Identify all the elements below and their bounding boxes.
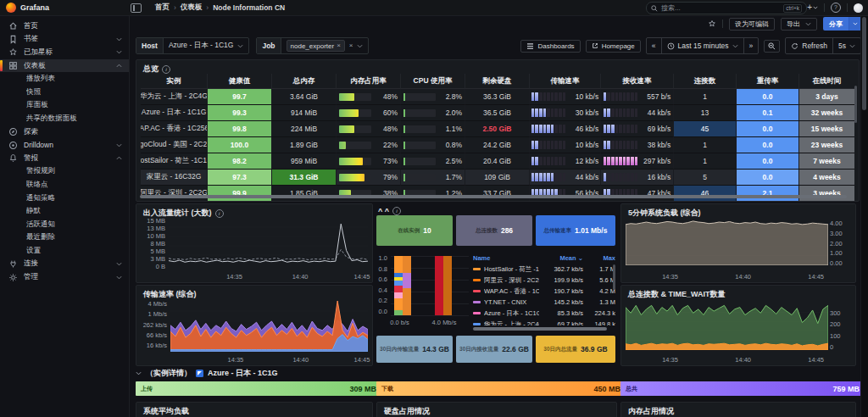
table-row[interactable]: 家里云 - 16C32G97.331.3 GiB79%1.7%109 GiB44… [141, 170, 854, 186]
breadcrumb-home[interactable]: 首页 [155, 3, 170, 13]
refresh-interval-select[interactable]: 5s [832, 38, 860, 53]
user-avatar[interactable] [854, 3, 863, 13]
stat-total-connections[interactable]: 总连接数 286 [456, 215, 532, 246]
sidebar-item-administration[interactable]: 管理 [0, 270, 129, 284]
mega-menu-toggle-icon[interactable] [131, 3, 142, 13]
connections-panel-title[interactable]: 总连接数 & TIME_WAIT数量 [628, 289, 726, 300]
column-header[interactable]: 接收速率 [600, 74, 673, 89]
help-icon[interactable] [831, 3, 841, 13]
sidebar-item-home[interactable]: 首页 [0, 19, 129, 33]
column-header[interactable]: 内存占用率 [336, 74, 400, 89]
sidebar-item-drilldown[interactable]: Drilldown [0, 138, 129, 152]
host-variable-select[interactable]: Host Azure - 日本 - 1C1G [136, 37, 249, 54]
sidebar-item-alert-rules[interactable]: 警报规则 [0, 165, 129, 179]
sidebar-item-recently-deleted[interactable]: 最近删除 [0, 231, 129, 245]
favorite-star-icon[interactable] [708, 19, 716, 28]
legend-row[interactable]: 华为云 - 上海 - 2C4G69.7 kb/s149.8 k [473, 319, 615, 325]
legend-row[interactable]: Azure - 日本 - 1C1G85.3 kb/s224.3 k [473, 308, 615, 319]
sidebar-item-bookmarks[interactable]: 书签 [0, 33, 129, 47]
clear-all-icon[interactable] [349, 42, 353, 49]
column-header[interactable]: 剩余硬盘 [465, 74, 529, 89]
sidebar-item-contact-points[interactable]: 联络点 [0, 178, 129, 192]
brand[interactable]: Grafana [0, 3, 49, 13]
sidebar-item-starred[interactable]: 已加星标 [0, 46, 129, 59]
sidebar-item-library-panels[interactable]: 库面板 [0, 99, 129, 113]
column-header[interactable]: 健康值 [207, 74, 271, 89]
stat-30d-total[interactable]: 30日内总流量 36.9 GB [536, 336, 615, 363]
stat-30d-sent[interactable]: 30日内传输流量 14.3 GB [376, 336, 453, 363]
gauge-segment [554, 125, 558, 133]
share-button[interactable]: 分享 [823, 17, 861, 31]
legend-col-max[interactable]: Max [583, 254, 615, 262]
sidebar-item-public-dashboards[interactable]: 共享的数据面板 [0, 112, 129, 125]
page-scrollbar-thumb[interactable] [862, 17, 866, 110]
upload-stat-bar[interactable]: 上传 309 MB [136, 381, 381, 396]
disk-usage-panel-title[interactable]: 硬盘占用情况 [384, 406, 430, 417]
memory-usage-panel-title[interactable]: 内存占用情况 [628, 406, 674, 417]
dashboards-link-button[interactable]: Dashboards [520, 40, 580, 53]
sidebar-item-settings[interactable]: 设置 [0, 244, 129, 258]
legend-row[interactable]: WAP.AC - 香港 - 1C256M190.7 kb/s4.2 M [473, 286, 615, 297]
stat-30d-received[interactable]: 30日内接收流量 22.6 GB [456, 336, 532, 363]
sidebar-item-active-notifications[interactable]: 活跃通知 [0, 218, 129, 231]
table-row[interactable]: EgoCloud - 美国 - 2C2G100.01.89 GiB22%0.8%… [141, 137, 854, 153]
table-row[interactable]: 阿里云 - 深圳 - 2C2G99.91.85 GiB38%1.2%33.7 G… [141, 186, 854, 202]
instance-detail-row-header[interactable]: （实例详情） Azure - 日本 - 1C1G [136, 368, 278, 379]
export-button[interactable]: 导出 [781, 18, 817, 31]
memory-gauge [339, 174, 371, 181]
column-header[interactable]: 连接数 [673, 74, 736, 89]
page-scrollbar[interactable] [860, 0, 868, 417]
share-menu-caret[interactable] [849, 17, 861, 31]
sidebar-item-notification-policies[interactable]: 通知策略 [0, 192, 129, 205]
job-variable-select[interactable]: Job node_exporter [256, 37, 369, 54]
sidebar-item-connections[interactable]: 连接 [0, 258, 129, 271]
dashboard-controls: Host Azure - 日本 - 1C1G Job node_exporter… [136, 37, 861, 54]
sidebar-item-dashboards[interactable]: 仪表板 [0, 59, 129, 73]
time-shift-back-button[interactable]: « [647, 38, 661, 53]
table-row[interactable]: Azure - 日本 - 1C1G99.3914 MiB60%2.0%36.5 … [141, 105, 854, 121]
sidebar-item-playlists[interactable]: 播放列表 [0, 72, 129, 86]
legend-row[interactable]: HostSailor - 荷兰 -1C1G362.7 kb/s1.7 M [473, 264, 615, 275]
stat-online-instances[interactable]: 在线实例 10 [376, 215, 453, 246]
sidebar-item-snapshots[interactable]: 快照 [0, 86, 129, 99]
legend-horizontal-scrollbar[interactable] [473, 327, 607, 331]
cpu-gauge [403, 142, 436, 149]
search-input[interactable]: 搜索... ctrl+k [646, 2, 807, 14]
column-header[interactable]: 总内存 [271, 74, 336, 89]
legend-col-mean[interactable]: Mean ⌄ [539, 254, 583, 262]
breadcrumb-dashboards[interactable]: 仪表板 [181, 3, 203, 13]
new-button[interactable] [807, 3, 818, 12]
zoom-out-time-button[interactable] [764, 40, 780, 53]
mid-panel-title[interactable]: ^ ^ [378, 207, 389, 215]
homepage-link-button[interactable]: Homepage [586, 40, 641, 53]
column-header[interactable]: CPU 使用率 [400, 74, 465, 89]
legend-col-name[interactable]: Name [473, 254, 539, 262]
table-vertical-scrollbar[interactable] [854, 86, 857, 123]
sidebar-item-silences[interactable]: 静默 [0, 204, 129, 218]
make-editable-button[interactable]: 设为可编辑 [729, 18, 775, 31]
column-header[interactable]: 重传率 [736, 74, 798, 89]
column-header[interactable]: 在线时间 [798, 74, 854, 89]
breadcrumb: 首页 › 仪表板 › Node Information CN [155, 3, 285, 13]
table-row[interactable]: 华为云 - 上海 - 2C4G99.73.64 GiB48%2.8%36.3 G… [141, 89, 854, 105]
column-header[interactable]: 传输速率 [529, 74, 600, 89]
legend-row[interactable]: YT.NET - CNIX145.2 kb/s1.3 M [473, 297, 615, 308]
transfer-panel-title[interactable]: 传输速率 (综合) [143, 289, 197, 300]
time-shift-forward-button[interactable]: » [743, 38, 759, 53]
sidebar-item-explore[interactable]: 探索 [0, 125, 129, 139]
load-avg-panel-title[interactable]: 系统平均负载 [143, 406, 189, 417]
refresh-button[interactable]: Refresh [786, 38, 832, 53]
job-tag[interactable]: node_exporter [287, 40, 345, 52]
table-row[interactable]: WAP.AC - 香港 - 1C256M99.8224 MiB48%1.1%2.… [141, 121, 854, 137]
sidebar-item-alerting[interactable]: 警报 [0, 152, 129, 165]
legend-vertical-scrollbar[interactable] [613, 264, 615, 290]
table-horizontal-scrollbar[interactable] [140, 195, 847, 198]
legend-row[interactable]: 阿里云 - 深圳 - 2C2G199.9 kb/s5.6 M [473, 275, 615, 286]
remove-tag-icon[interactable] [337, 42, 341, 49]
download-stat-bar[interactable]: 下载 450 MB [376, 381, 626, 396]
stat-total-rate[interactable]: 总传输速率 1.01 Mb/s [536, 215, 615, 246]
total-stat-bar[interactable]: 总共 759 MB [620, 381, 865, 396]
column-header[interactable]: 实例 [141, 74, 207, 89]
table-row[interactable]: HostSailor - 荷兰 -1C1G98.2959 MiB73%2.5%2… [141, 153, 854, 170]
time-range-button[interactable]: Last 15 minutes [661, 38, 743, 53]
